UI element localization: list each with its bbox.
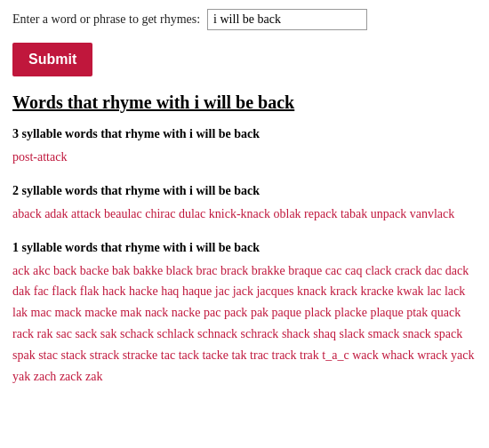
rhyme-word-link[interactable]: spak <box>12 348 36 362</box>
rhyme-word-link[interactable]: oblak <box>274 207 301 220</box>
rhyme-word-link[interactable]: repack <box>304 207 337 220</box>
rhyme-word-link[interactable]: knick-knack <box>209 207 270 220</box>
rhyme-word-link[interactable]: quack <box>431 306 461 319</box>
rhyme-word-link[interactable]: kwak <box>397 284 423 298</box>
rhyme-word-link[interactable]: cac <box>325 264 342 277</box>
rhyme-word-link[interactable]: unpack <box>371 207 406 220</box>
rhyme-word-link[interactable]: flack <box>52 284 76 298</box>
rhyme-word-link[interactable]: dac <box>425 264 442 277</box>
rhyme-word-link[interactable]: sac <box>56 327 72 340</box>
rhyme-word-link[interactable]: post-attack <box>12 150 67 164</box>
rhyme-word-link[interactable]: braque <box>288 264 322 277</box>
rhyme-word-link[interactable]: hack <box>102 284 125 298</box>
rhyme-word-link[interactable]: mac <box>31 306 52 319</box>
rhyme-word-link[interactable]: haque <box>182 284 212 298</box>
rhyme-word-link[interactable]: adak <box>44 207 68 220</box>
rhyme-word-link[interactable]: smack <box>368 327 400 340</box>
rhyme-word-link[interactable]: flak <box>80 284 100 298</box>
rhyme-word-link[interactable]: stack <box>60 348 86 362</box>
rhyme-word-link[interactable]: jac <box>215 284 229 298</box>
rhyme-word-link[interactable]: slack <box>339 327 365 340</box>
rhyme-word-link[interactable]: fac <box>34 284 49 298</box>
rhyme-word-link[interactable]: jack <box>233 284 253 298</box>
rhyme-word-link[interactable]: black <box>166 264 193 277</box>
rhyme-word-link[interactable]: rack <box>12 327 34 340</box>
rhyme-word-link[interactable]: bak <box>112 264 130 277</box>
rhyme-word-link[interactable]: lac <box>427 284 441 298</box>
rhyme-word-link[interactable]: plack <box>305 306 332 319</box>
rhyme-word-link[interactable]: akc <box>33 264 50 277</box>
rhyme-word-link[interactable]: track <box>272 348 297 362</box>
rhyme-word-link[interactable]: brack <box>220 264 248 277</box>
rhyme-word-link[interactable]: dulac <box>179 207 205 220</box>
rhyme-word-link[interactable]: ptak <box>406 306 428 319</box>
rhyme-word-link[interactable]: placke <box>334 306 367 319</box>
rhyme-word-link[interactable]: macke <box>84 306 117 319</box>
rhyme-word-link[interactable]: hacke <box>129 284 158 298</box>
rhyme-word-link[interactable]: zack <box>60 370 83 383</box>
rhyme-word-link[interactable]: attack <box>71 207 100 220</box>
submit-button[interactable]: Submit <box>12 43 92 76</box>
rhyme-word-link[interactable]: tac <box>161 348 175 362</box>
rhyme-word-link[interactable]: stac <box>38 348 58 362</box>
rhyme-word-link[interactable]: whack <box>381 348 414 362</box>
rhyme-word-link[interactable]: wack <box>352 348 379 362</box>
rhyme-word-link[interactable]: zak <box>85 370 102 383</box>
rhyme-word-link[interactable]: back <box>53 264 76 277</box>
rhyme-word-link[interactable]: strack <box>90 348 119 362</box>
rhyme-word-link[interactable]: jacques <box>256 284 293 298</box>
rhyme-word-link[interactable]: shack <box>282 327 310 340</box>
rhyme-word-link[interactable]: t_a_c <box>322 348 349 362</box>
rhyme-word-link[interactable]: crack <box>395 264 421 277</box>
rhyme-word-link[interactable]: pac <box>204 306 220 319</box>
rhyme-word-link[interactable]: clack <box>365 264 392 277</box>
rhyme-word-link[interactable]: brac <box>196 264 217 277</box>
rhyme-word-link[interactable]: trac <box>250 348 269 362</box>
rhyme-word-link[interactable]: pak <box>251 306 269 319</box>
rhyme-word-link[interactable]: mak <box>120 306 141 319</box>
rhyme-word-link[interactable]: schlack <box>157 327 195 340</box>
rhyme-word-link[interactable]: wrack <box>417 348 447 362</box>
rhyme-input[interactable] <box>207 9 367 30</box>
rhyme-word-link[interactable]: plaque <box>370 306 403 319</box>
rhyme-word-link[interactable]: sack <box>75 327 97 340</box>
rhyme-word-link[interactable]: trak <box>300 348 319 362</box>
rhyme-word-link[interactable]: haq <box>161 284 179 298</box>
rhyme-word-link[interactable]: shaq <box>313 327 336 340</box>
rhyme-word-link[interactable]: bakke <box>133 264 163 277</box>
rhyme-word-link[interactable]: brakke <box>252 264 285 277</box>
rhyme-word-link[interactable]: mack <box>54 306 81 319</box>
rhyme-word-link[interactable]: lak <box>12 306 28 319</box>
rhyme-word-link[interactable]: kracke <box>360 284 393 298</box>
rhyme-word-link[interactable]: paque <box>272 306 301 319</box>
rhyme-word-link[interactable]: tak <box>231 348 246 362</box>
rhyme-word-link[interactable]: rak <box>37 327 53 340</box>
rhyme-word-link[interactable]: snack <box>403 327 431 340</box>
rhyme-word-link[interactable]: lack <box>445 284 465 298</box>
rhyme-word-link[interactable]: schrack <box>241 327 279 340</box>
rhyme-word-link[interactable]: krack <box>330 284 357 298</box>
rhyme-word-link[interactable]: yack <box>451 348 474 362</box>
rhyme-word-link[interactable]: beaulac <box>104 207 142 220</box>
rhyme-word-link[interactable]: caq <box>345 264 362 277</box>
rhyme-word-link[interactable]: schack <box>120 327 154 340</box>
rhyme-word-link[interactable]: zach <box>34 370 57 383</box>
rhyme-word-link[interactable]: ack <box>12 264 29 277</box>
rhyme-word-link[interactable]: backe <box>80 264 109 277</box>
rhyme-word-link[interactable]: stracke <box>123 348 158 362</box>
rhyme-word-link[interactable]: sak <box>100 327 117 340</box>
rhyme-word-link[interactable]: dack <box>445 264 469 277</box>
rhyme-word-link[interactable]: aback <box>12 207 42 220</box>
rhyme-word-link[interactable]: spack <box>434 327 462 340</box>
rhyme-word-link[interactable]: schnack <box>197 327 237 340</box>
rhyme-word-link[interactable]: chirac <box>145 207 175 220</box>
rhyme-word-link[interactable]: yak <box>12 370 30 383</box>
rhyme-word-link[interactable]: dak <box>12 284 30 298</box>
rhyme-word-link[interactable]: knack <box>297 284 326 298</box>
rhyme-word-link[interactable]: nack <box>145 306 168 319</box>
rhyme-word-link[interactable]: tacke <box>202 348 228 362</box>
rhyme-word-link[interactable]: tack <box>179 348 199 362</box>
rhyme-word-link[interactable]: tabak <box>341 207 367 220</box>
rhyme-word-link[interactable]: pack <box>224 306 247 319</box>
rhyme-word-link[interactable]: nacke <box>172 306 201 319</box>
